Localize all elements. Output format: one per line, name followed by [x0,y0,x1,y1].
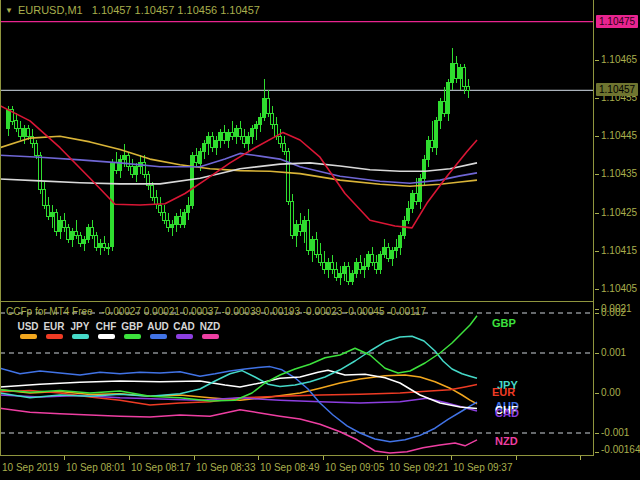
symbol-timeframe-label: EURUSD,M1 [18,4,83,16]
candle-body [243,136,246,144]
candle-body [99,243,102,247]
candle-body [355,262,358,274]
legend-color-chip [202,334,219,339]
candle-body [151,186,154,198]
price-axis-label: 1.10425 [601,207,637,218]
ohlc-values: 1.10457 1.10457 1.10456 1.10457 [92,4,260,16]
price-axis-label: 1.10435 [601,168,637,179]
legend-color-chip [124,334,141,339]
candle-body [259,117,262,125]
candle-body [435,121,438,148]
candle-body [91,228,94,236]
candle-body [279,136,282,144]
legend-label: EUR [41,321,67,332]
indicator-axis-label: 0.00 [601,387,620,398]
indicator-series-cad [0,395,477,411]
candle-body [199,152,202,164]
candle-body [255,125,258,129]
price-axis-tick [595,289,599,290]
candle-body [135,167,138,175]
price-axis-label: 1.10405 [601,283,637,294]
time-axis-tick [64,456,65,460]
indicator-values: -0.00027 0.00021 0.00037 -0.00039 0.0019… [101,306,426,317]
candle-body [339,274,342,278]
candle-body [59,220,62,232]
price-axis-tick [595,174,599,175]
legend-label: NZD [197,321,223,332]
candle-body [227,132,230,140]
candle-body [71,232,74,240]
legend-color-chip [20,334,37,339]
candle-body [251,129,254,137]
time-axis-tick [258,456,259,460]
candle-body [23,129,26,137]
time-axis-label: 10 Sep 09:21 [389,462,449,473]
candle-body [195,155,198,163]
indicator-name: CCFp for MT4 Free [6,306,93,317]
candle-body [267,98,270,113]
legend-item-jpy: JPY [67,321,93,339]
candle-body [207,136,210,144]
candle-body [235,129,238,137]
ma-yellow [0,136,477,186]
indicator-series-jpy [0,336,477,398]
indicator-series-nzd [0,408,477,453]
legend-label: CAD [171,321,197,332]
candle-body [263,98,266,117]
candle-body [327,262,330,270]
candle-body [55,213,58,232]
price-badge: 1.10457 [596,83,638,96]
time-axis-label: 10 Sep 08:49 [260,462,320,473]
candle-body [275,125,278,137]
time-axis[interactable]: 10 Sep 201910 Sep 08:0110 Sep 08:1710 Se… [0,456,640,480]
indicator-axis-label: -0.001 [601,427,629,438]
legend-item-usd: USD [15,321,41,339]
candle-body [103,243,106,247]
candle-body [467,87,470,91]
legend-label: CHF [93,321,119,332]
currency-label-gbp: GBP [492,317,516,329]
time-axis-label: 10 Sep 08:33 [196,462,256,473]
candle-body [323,262,326,270]
candle-body [215,140,218,148]
candle-body [411,194,414,209]
indicator-legend: USDEURJPYCHFGBPAUDCADNZD [15,321,223,339]
time-axis-label: 10 Sep 09:05 [325,462,385,473]
time-axis-tick [580,456,581,460]
candle-body [443,102,446,114]
candle-body [27,129,30,137]
price-axis-label: 1.10445 [601,130,637,141]
legend-label: JPY [67,321,93,332]
candle-body [359,262,362,270]
candle-body [35,144,38,156]
legend-color-chip [72,334,89,339]
candle-body [115,163,118,171]
candle-body [395,247,398,251]
candle-body [159,205,162,213]
candle-body [19,129,22,137]
symbol-dropdown-icon[interactable]: ▼ [5,6,13,15]
time-axis-tick [516,456,517,460]
candle-body [363,266,366,270]
candle-body [79,236,82,244]
candle-body [451,64,454,83]
legend-item-chf: CHF [93,321,119,339]
candle-body [7,110,10,129]
candle-body [107,247,110,249]
mt4-chart-window: ▼ EURUSD,M1 1.10457 1.10457 1.10456 1.10… [0,0,640,480]
indicator-axis-tick [595,452,599,453]
candle-body [387,247,390,259]
candle-body [335,270,338,278]
legend-item-nzd: NZD [197,321,223,339]
candle-body [347,266,350,281]
candle-body [291,201,294,235]
candle-body [183,213,186,225]
candle-body [287,152,290,202]
price-axis-tick [595,213,599,214]
candle-body [455,64,458,79]
ma-red [0,106,477,228]
candle-body [383,247,386,255]
currency-label-cad: CAD [495,407,519,419]
time-axis-label: 10 Sep 09:37 [453,462,513,473]
candle-body [415,194,418,202]
